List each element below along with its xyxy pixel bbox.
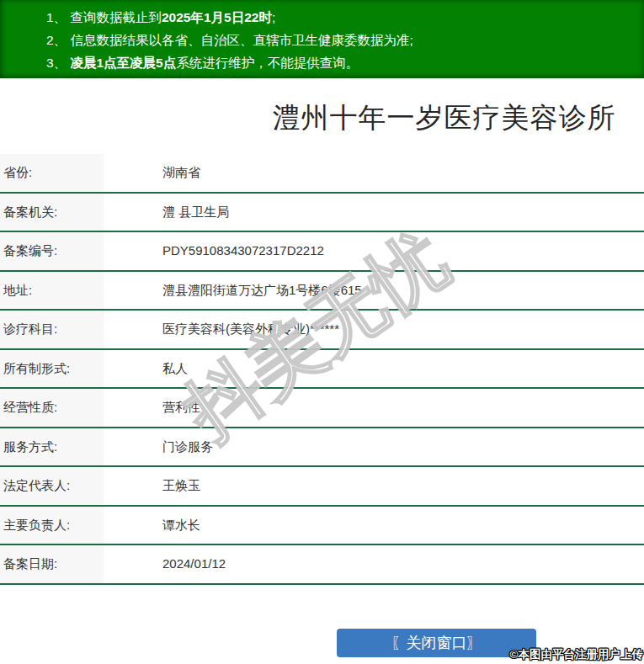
row-value: 王焕玉 <box>104 467 644 505</box>
table-row-address: 地址: 澧县澧阳街道万达广场1号楼6楼615 <box>0 272 644 311</box>
close-window-button[interactable]: 〖关闭窗口〗 <box>337 629 536 657</box>
row-label: 法定代表人: <box>0 467 104 505</box>
table-row-person-in-charge: 主要负责人: 谭水长 <box>0 507 644 546</box>
row-value: 2024/01/12 <box>104 545 644 583</box>
table-row-filing-number: 备案编号: PDY59108343072317D2212 <box>0 232 644 272</box>
notice-line-2: 2、 信息数据结果以各省、自治区、直辖市卫生健康委数据为准; <box>46 29 636 51</box>
table-row-service-mode: 服务方式: 门诊服务 <box>0 428 644 468</box>
row-value: 门诊服务 <box>104 428 644 466</box>
row-value: 澧 县卫生局 <box>104 194 644 231</box>
row-label: 诊疗科目: <box>0 311 104 348</box>
notice-line-3-tail: 系统进行维护，不能提供查询。 <box>176 56 359 70</box>
notice-line-3: 3、 凌晨1点至凌晨5点系统进行维护，不能提供查询。 <box>46 51 636 74</box>
row-label: 主要负责人: <box>0 507 104 544</box>
notice-line-2-text: 2、 信息数据结果以各省、自治区、直辖市卫生健康委数据为准; <box>46 33 413 47</box>
table-row-province: 省份: 湖南省 <box>0 154 644 194</box>
row-value: 湖南省 <box>104 154 644 192</box>
upload-credit-watermark: ©本图由平台注册用户上传 <box>510 647 643 662</box>
notice-line-3-text: 3、 <box>46 56 70 70</box>
row-value: 私人 <box>104 350 644 388</box>
row-value: PDY59108343072317D2212 <box>104 232 644 270</box>
table-row-filing-authority: 备案机关: 澧 县卫生局 <box>0 194 644 233</box>
row-label: 备案机关: <box>0 194 104 231</box>
row-label: 备案日期: <box>0 545 104 583</box>
page-title: 澧州十年一岁医疗美容诊所 <box>244 99 644 137</box>
row-label: 所有制形式: <box>0 350 104 388</box>
table-row-treatment-subjects: 诊疗科目: 医疗美容科(美容外科专业)****** <box>0 311 644 350</box>
table-row-filing-date: 备案日期: 2024/01/12 <box>0 545 644 585</box>
notice-line-1-bold: 2025年1月5日22时 <box>162 10 272 24</box>
notice-line-1-tail: ; <box>272 10 275 24</box>
row-label: 省份: <box>0 154 104 192</box>
table-row-ownership: 所有制形式: 私人 <box>0 350 644 390</box>
row-value: 营利性 <box>104 389 644 427</box>
table-row-legal-representative: 法定代表人: 王焕玉 <box>0 467 644 507</box>
table-row-business-nature: 经营性质: 营利性 <box>0 389 644 428</box>
query-result-page: 1、 查询数据截止到2025年1月5日22时; 2、 信息数据结果以各省、自治区… <box>0 0 644 664</box>
row-label: 服务方式: <box>0 428 104 466</box>
row-label: 地址: <box>0 272 104 310</box>
notice-banner: 1、 查询数据截止到2025年1月5日22时; 2、 信息数据结果以各省、自治区… <box>0 0 644 78</box>
row-label: 备案编号: <box>0 232 104 270</box>
notice-line-3-bold: 凌晨1点至凌晨5点 <box>70 56 176 70</box>
row-value: 谭水长 <box>104 507 644 544</box>
row-label: 经营性质: <box>0 389 104 427</box>
row-value: 医疗美容科(美容外科专业)****** <box>104 311 644 348</box>
notice-line-1: 1、 查询数据截止到2025年1月5日22时; <box>46 6 636 29</box>
row-value: 澧县澧阳街道万达广场1号楼6楼615 <box>104 272 644 310</box>
clinic-info-table: 省份: 湖南省 备案机关: 澧 县卫生局 备案编号: PDY5910834307… <box>0 154 644 585</box>
notice-line-1-text: 1、 查询数据截止到 <box>46 10 162 24</box>
